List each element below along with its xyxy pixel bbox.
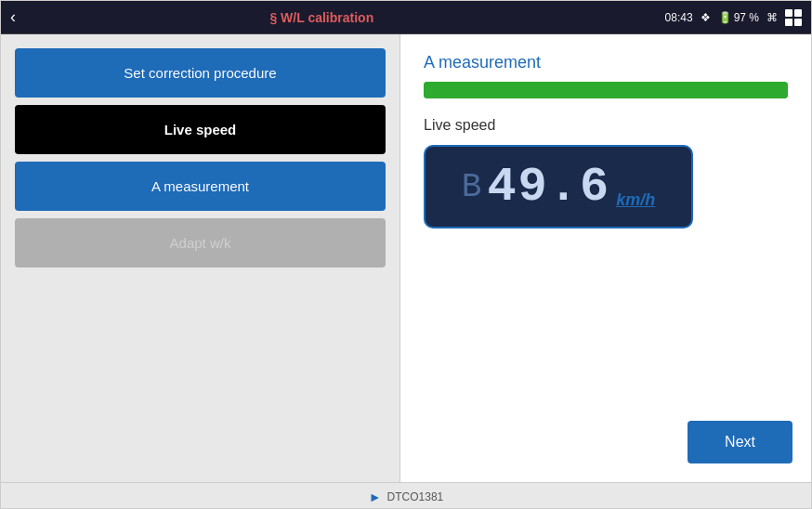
header-title: § W/L calibration [0, 10, 665, 25]
live-speed-label: Live speed [424, 117, 788, 134]
speed-unit: km/h [616, 190, 655, 210]
adapt-wk-button: Adapt w/k [15, 218, 386, 268]
speed-value: 49.6 [487, 160, 610, 215]
footer-label: DTCO1381 [387, 490, 444, 503]
header-right: 08:43 ❖ 🔋 97 % ⌘ [665, 9, 802, 26]
speed-segment-indicator: B [462, 168, 482, 206]
set-correction-button[interactable]: Set correction procedure [15, 48, 386, 98]
right-panel: A measurement Live speed B 49.6 km/h Nex… [400, 34, 811, 482]
next-button[interactable]: Next [688, 421, 792, 463]
footer-arrow-icon: ► [369, 489, 382, 504]
speed-display: B 49.6 km/h [424, 145, 693, 228]
grid-icon[interactable] [785, 9, 802, 26]
header-time: 08:43 [665, 11, 693, 24]
battery-indicator: 🔋 97 % [718, 11, 759, 24]
footer: ► DTCO1381 [1, 482, 811, 509]
wifi-icon: ⌘ [766, 11, 778, 24]
bluetooth-icon: ❖ [701, 11, 711, 24]
header: ‹ § W/L calibration 08:43 ❖ 🔋 97 % ⌘ [1, 1, 811, 34]
progress-bar-fill [424, 82, 788, 98]
a-measurement-button[interactable]: A measurement [15, 162, 386, 211]
main-content: Set correction procedure Live speed A me… [1, 34, 811, 482]
left-panel: Set correction procedure Live speed A me… [1, 34, 400, 482]
live-speed-button[interactable]: Live speed [15, 105, 386, 154]
section-title: A measurement [424, 53, 788, 72]
progress-bar-container [424, 82, 788, 98]
